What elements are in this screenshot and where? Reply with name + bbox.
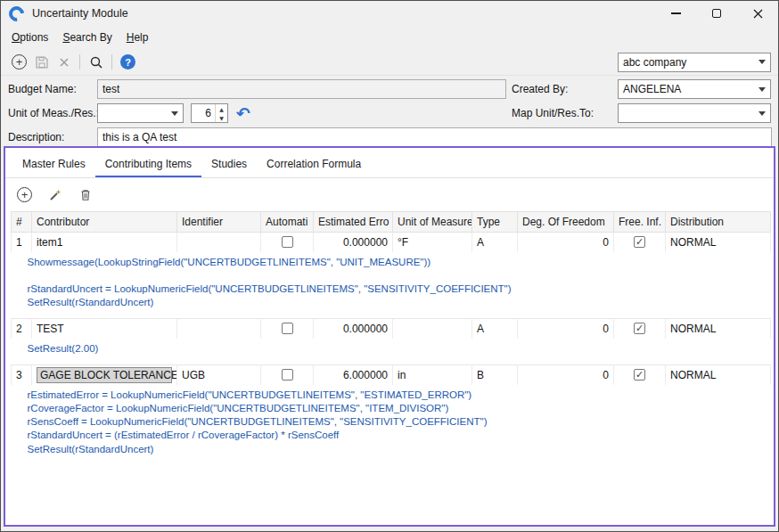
- automatic-cell[interactable]: ✓: [261, 319, 314, 339]
- search-icon: [89, 55, 103, 70]
- type-cell[interactable]: B: [472, 364, 518, 385]
- close-button[interactable]: [737, 1, 778, 26]
- contributing-items-panel: Master Rules Contributing Items Studies …: [4, 146, 775, 527]
- company-dropdown-arrow[interactable]: [754, 53, 770, 71]
- search-button[interactable]: [85, 51, 107, 73]
- rule-code[interactable]: rEstimatedError = LookupNumericField("UN…: [12, 385, 771, 465]
- resolution-stepper[interactable]: 6 ▲ ▼: [191, 103, 228, 123]
- menu-search-by[interactable]: Search By: [55, 28, 119, 47]
- type-cell[interactable]: A: [472, 233, 518, 252]
- automatic-checkbox[interactable]: ✓: [282, 236, 293, 248]
- identifier-cell[interactable]: [177, 319, 261, 339]
- estimated-error-cell[interactable]: 0.000000: [314, 319, 393, 339]
- map-unit-dropdown-arrow[interactable]: [754, 104, 770, 122]
- unit-cell[interactable]: [393, 319, 472, 339]
- table-row: 3 GAGE BLOCK TOLERANCE UGB ✓ 6.000000 in…: [12, 364, 771, 385]
- tab-contributing-items[interactable]: Contributing Items: [95, 151, 201, 177]
- identifier-cell[interactable]: UGB: [177, 364, 261, 385]
- check-icon: ✓: [636, 370, 644, 380]
- row-number[interactable]: 1: [12, 233, 32, 252]
- add-item-button[interactable]: +: [13, 184, 36, 206]
- contributor-cell[interactable]: GAGE BLOCK TOLERANCE: [32, 364, 177, 385]
- free-inf-checkbox[interactable]: ✓: [634, 323, 645, 334]
- help-button[interactable]: ?: [117, 51, 139, 73]
- contributor-cell[interactable]: TEST: [32, 319, 177, 339]
- chevron-down-icon: [758, 60, 766, 64]
- rule-code[interactable]: Showmessage(LookupStringField("UNCERTBUD…: [12, 252, 771, 319]
- estimated-error-cell[interactable]: 6.000000: [314, 364, 393, 385]
- col-header-contributor[interactable]: Contributor: [32, 212, 177, 233]
- free-inf-checkbox[interactable]: ✓: [634, 236, 645, 248]
- undo-button[interactable]: ↶: [236, 104, 250, 122]
- distribution-cell[interactable]: NORMAL: [666, 364, 771, 385]
- automatic-checkbox[interactable]: ✓: [282, 323, 293, 334]
- free-inf-cell[interactable]: ✓: [614, 364, 666, 385]
- col-header-number[interactable]: #: [12, 212, 32, 233]
- tab-correlation-formula[interactable]: Correlation Formula: [257, 151, 371, 177]
- automatic-checkbox[interactable]: ✓: [282, 369, 293, 381]
- col-header-estimated-error[interactable]: Estimated Erro: [314, 212, 393, 233]
- unit-cell[interactable]: °F: [393, 233, 472, 252]
- table-header-row: # Contributor Identifier Automati Estima…: [12, 212, 771, 233]
- row-number[interactable]: 3: [12, 364, 32, 385]
- edit-formula-button[interactable]: [44, 184, 66, 206]
- col-header-identifier[interactable]: Identifier: [177, 212, 261, 233]
- unit-of-meas-dropdown-arrow[interactable]: [167, 104, 183, 122]
- col-header-unit[interactable]: Unit of Measure: [393, 212, 472, 233]
- company-select[interactable]: abc company: [618, 53, 771, 72]
- rule-code[interactable]: SetResult(2.00): [12, 339, 771, 365]
- check-icon: ✓: [636, 237, 644, 247]
- tab-studies[interactable]: Studies: [201, 151, 257, 177]
- description-input[interactable]: [97, 127, 772, 147]
- add-icon: +: [17, 187, 32, 202]
- col-header-automatic[interactable]: Automati: [261, 212, 314, 233]
- unit-cell[interactable]: in: [393, 364, 472, 385]
- add-button[interactable]: +: [8, 51, 30, 73]
- minimize-icon: [671, 12, 681, 13]
- contributor-cell[interactable]: item1: [32, 233, 177, 252]
- map-unit-select[interactable]: [618, 103, 771, 123]
- save-button[interactable]: [30, 51, 53, 73]
- budget-name-input[interactable]: [97, 79, 506, 99]
- unit-of-meas-label: Unit of Meas./Res.:: [8, 107, 99, 119]
- col-header-distribution[interactable]: Distribution: [666, 212, 771, 233]
- free-inf-cell[interactable]: ✓: [614, 319, 666, 339]
- col-header-free-inf[interactable]: Free. Inf.: [614, 212, 666, 233]
- free-inf-checkbox[interactable]: ✓: [634, 369, 645, 381]
- dof-cell[interactable]: 0: [518, 319, 614, 339]
- created-by-select[interactable]: ANGELENA: [618, 79, 771, 99]
- company-value: abc company: [619, 56, 754, 69]
- title-bar: Uncertainty Module: [1, 1, 778, 26]
- chevron-down-icon: [171, 111, 178, 116]
- row-number[interactable]: 2: [12, 319, 32, 339]
- type-cell[interactable]: A: [472, 319, 518, 339]
- unit-of-meas-select[interactable]: [97, 103, 184, 123]
- estimated-error-cell[interactable]: 0.000000: [314, 233, 393, 252]
- tab-master-rules[interactable]: Master Rules: [12, 151, 95, 177]
- distribution-cell[interactable]: NORMAL: [666, 319, 771, 339]
- distribution-cell[interactable]: NORMAL: [666, 233, 771, 252]
- minimize-button[interactable]: [655, 1, 696, 26]
- menu-options[interactable]: Options: [4, 28, 55, 47]
- identifier-cell[interactable]: [177, 233, 261, 252]
- delete-item-button[interactable]: [74, 184, 96, 206]
- col-header-type[interactable]: Type: [472, 212, 518, 233]
- free-inf-cell[interactable]: ✓: [614, 233, 666, 252]
- automatic-cell[interactable]: ✓: [261, 233, 314, 252]
- contributor-edit-field[interactable]: GAGE BLOCK TOLERANCE: [37, 367, 172, 383]
- automatic-cell[interactable]: ✓: [261, 364, 314, 385]
- col-header-dof[interactable]: Deg. Of Freedom: [518, 212, 614, 233]
- save-icon: [35, 55, 49, 70]
- budget-name-label: Budget Name:: [8, 83, 77, 95]
- maximize-button[interactable]: [696, 1, 737, 26]
- created-by-dropdown-arrow[interactable]: [754, 80, 770, 98]
- dof-cell[interactable]: 0: [518, 364, 614, 385]
- dof-cell[interactable]: 0: [518, 233, 614, 252]
- delete-button[interactable]: [53, 51, 75, 73]
- menu-help[interactable]: Help: [119, 28, 156, 47]
- toolbar-separator: [79, 54, 80, 70]
- spin-down-icon[interactable]: ▼: [216, 113, 227, 122]
- delete-icon: [59, 57, 70, 68]
- spin-up-icon[interactable]: ▲: [216, 104, 227, 113]
- toolbar-separator: [111, 54, 112, 70]
